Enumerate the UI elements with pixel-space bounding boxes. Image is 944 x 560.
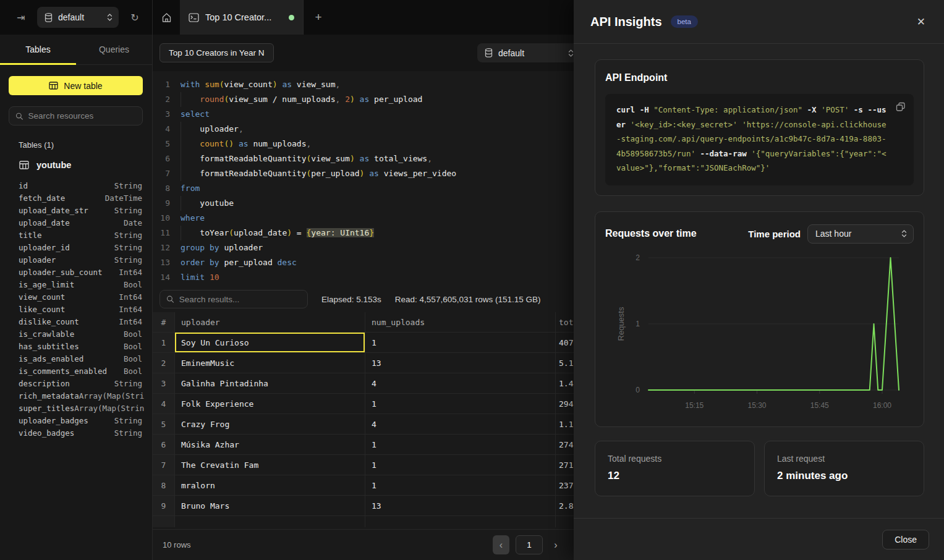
- result-cell[interactable]: 237: [556, 475, 574, 496]
- result-cell[interactable]: 5.1: [556, 353, 574, 373]
- result-cell[interactable]: 271: [556, 455, 574, 475]
- schema-field-row: view_countInt64: [0, 291, 152, 303]
- code-line: 14limit 10: [153, 270, 574, 285]
- result-cell[interactable]: 13: [365, 496, 556, 516]
- editor-database-select[interactable]: default: [477, 43, 580, 62]
- row-index[interactable]: 1: [153, 333, 175, 353]
- svg-text:0: 0: [636, 386, 640, 394]
- schema-field-row: idString: [0, 179, 152, 192]
- next-page-button[interactable]: ›: [549, 535, 563, 554]
- row-index[interactable]: 2: [153, 353, 175, 373]
- result-cell[interactable]: 294: [556, 394, 574, 414]
- new-table-label: New table: [64, 81, 102, 91]
- row-index[interactable]: 5: [153, 414, 175, 435]
- database-select-value: default: [58, 12, 84, 22]
- code-line: 9 youtube: [153, 196, 574, 211]
- api-insights-panel: API Insights beta ✕ API Endpoint curl -H…: [574, 0, 944, 560]
- search-resources-input[interactable]: [28, 111, 136, 121]
- new-table-button[interactable]: New table: [9, 76, 143, 95]
- row-index[interactable]: 3: [153, 373, 175, 394]
- time-period-select[interactable]: Last hour: [807, 224, 914, 244]
- time-period-label: Time period: [748, 229, 801, 239]
- schema-field-row: descriptionString: [0, 377, 152, 389]
- row-index[interactable]: 8: [153, 475, 175, 496]
- row-index[interactable]: 4: [153, 394, 175, 414]
- chart-title: Requests over time: [605, 228, 697, 239]
- result-cell[interactable]: Galinha Pintadinha: [175, 373, 365, 394]
- sql-editor[interactable]: 1with sum(view_count) as view_sum,2 roun…: [153, 71, 574, 286]
- result-cell[interactable]: 1: [365, 455, 556, 475]
- result-cell[interactable]: [175, 516, 365, 527]
- requests-over-time-card: Requests over time Time period Last hour…: [595, 211, 924, 427]
- svg-text:1: 1: [636, 320, 640, 328]
- tab-tables[interactable]: Tables: [0, 35, 76, 64]
- results-table: # uploader num_uploads tot 1Soy Un Curio…: [153, 312, 574, 527]
- row-index[interactable]: [153, 516, 175, 527]
- code-line: 13order by per_upload desc: [153, 255, 574, 270]
- result-cell[interactable]: 2.8: [556, 496, 574, 516]
- svg-text:15:15: 15:15: [685, 401, 704, 410]
- result-cell[interactable]: 1: [365, 333, 556, 353]
- last-request-label: Last request: [777, 454, 911, 464]
- refresh-icon[interactable]: ↻: [125, 7, 145, 27]
- svg-text:15:30: 15:30: [747, 401, 766, 410]
- row-index[interactable]: 9: [153, 496, 175, 516]
- result-cell[interactable]: Folk Experience: [175, 394, 365, 414]
- total-requests-value: 12: [608, 470, 742, 482]
- row-index[interactable]: 6: [153, 435, 175, 455]
- column-header-total-views[interactable]: tot: [556, 312, 574, 333]
- result-cell[interactable]: 4: [365, 414, 556, 435]
- schema-field-row: rich_metadataArray(Map(Stri: [0, 389, 152, 402]
- result-cell[interactable]: Bruno Mars: [175, 496, 365, 516]
- sidebar: Tables Queries New table Tables (1) yout…: [0, 35, 153, 560]
- result-cell[interactable]: The Crevatin Fam: [175, 455, 365, 475]
- home-button[interactable]: [153, 0, 180, 35]
- new-tab-button[interactable]: +: [304, 0, 333, 35]
- api-endpoint-card: API Endpoint curl -H "Content-Type: appl…: [595, 59, 924, 196]
- result-cell[interactable]: EminemMusic: [175, 353, 365, 373]
- result-cell[interactable]: 1.4: [556, 373, 574, 394]
- row-index[interactable]: 7: [153, 455, 175, 475]
- home-icon: [161, 12, 172, 23]
- result-cell[interactable]: Músika Azhar: [175, 435, 365, 455]
- result-cell[interactable]: 1: [365, 394, 556, 414]
- column-header-num-uploads[interactable]: num_uploads: [365, 312, 556, 333]
- database-icon: [45, 13, 53, 22]
- database-select[interactable]: default: [37, 7, 119, 28]
- copy-icon[interactable]: [896, 102, 906, 117]
- code-line: 12group by uploader: [153, 240, 574, 255]
- result-cell[interactable]: 274: [556, 435, 574, 455]
- search-results-input[interactable]: [179, 295, 301, 304]
- result-cell[interactable]: mralorn: [175, 475, 365, 496]
- current-page[interactable]: 1: [516, 535, 543, 554]
- result-cell[interactable]: [365, 516, 556, 527]
- schema-field-row: uploader_sub_countInt64: [0, 266, 152, 278]
- result-cell[interactable]: Crazy Frog: [175, 414, 365, 435]
- query-title-chip[interactable]: Top 10 Creators in Year N: [159, 43, 274, 62]
- result-cell[interactable]: 407: [556, 333, 574, 353]
- close-icon[interactable]: ✕: [917, 15, 925, 28]
- schema-field-row: is_age_limitBool: [0, 278, 152, 291]
- sidebar-item-youtube[interactable]: youtube: [0, 158, 152, 172]
- result-cell[interactable]: Soy Un Curioso: [175, 333, 365, 353]
- requests-chart: 01215:1515:3015:4516:00Requests: [595, 244, 924, 426]
- prev-page-button[interactable]: ‹: [493, 535, 509, 554]
- result-cell[interactable]: 1: [365, 475, 556, 496]
- column-header-index[interactable]: #: [153, 312, 175, 333]
- results-footer: 10 rows ‹ 1 ›: [153, 529, 574, 560]
- result-cell[interactable]: 1: [365, 435, 556, 455]
- collapse-sidebar-icon[interactable]: ⇥: [11, 7, 31, 27]
- result-cell[interactable]: 4: [365, 373, 556, 394]
- result-cell[interactable]: 13: [365, 353, 556, 373]
- sidebar-tabs: Tables Queries: [0, 35, 152, 65]
- result-cell[interactable]: [556, 516, 574, 527]
- tab-top-10-creators[interactable]: Top 10 Creator...: [180, 0, 304, 35]
- table-grid-icon: [19, 161, 29, 169]
- table-icon: [49, 82, 58, 90]
- column-header-uploader[interactable]: uploader: [175, 312, 365, 333]
- result-cell[interactable]: 1.1: [556, 414, 574, 435]
- chart-header: Requests over time Time period Last hour: [595, 212, 924, 244]
- close-button[interactable]: Close: [882, 530, 929, 549]
- tab-queries[interactable]: Queries: [76, 35, 152, 64]
- schema-field-row: video_badgesString: [0, 426, 152, 439]
